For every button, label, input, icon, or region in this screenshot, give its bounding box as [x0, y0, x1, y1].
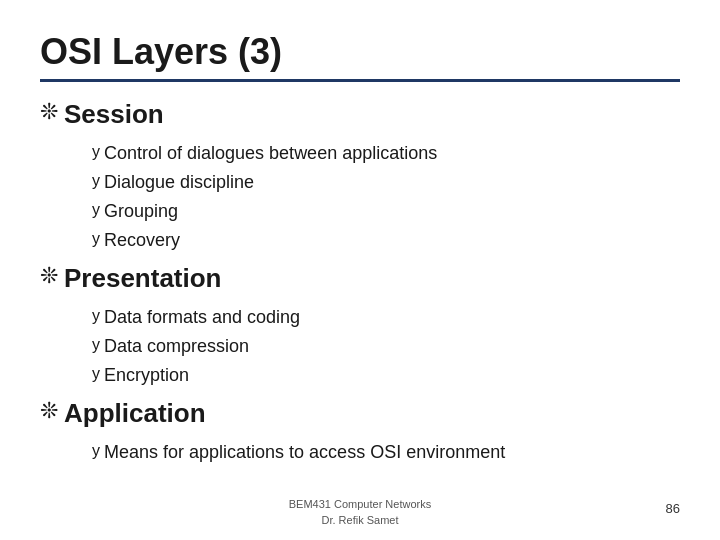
section-application-sub-items: yMeans for applications to access OSI en…: [92, 439, 680, 466]
title-underline: [40, 79, 680, 82]
section-session-bullet: ❊: [40, 98, 58, 127]
sub-bullet: y: [92, 362, 100, 386]
sub-bullet: y: [92, 198, 100, 222]
section-session-label: Session: [64, 98, 164, 132]
sub-item-text: Data formats and coding: [104, 304, 300, 331]
title-area: OSI Layers (3): [40, 30, 680, 82]
sub-bullet: y: [92, 227, 100, 251]
sub-bullet: y: [92, 140, 100, 164]
sub-item-text: Control of dialogues between application…: [104, 140, 437, 167]
footer-line1: BEM431 Computer Networks: [289, 498, 431, 510]
footer: BEM431 Computer Networks Dr. Refik Samet…: [0, 497, 720, 528]
sub-bullet: y: [92, 333, 100, 357]
content-area: ❊SessionyControl of dialogues between ap…: [40, 98, 680, 465]
sub-item-text: Dialogue discipline: [104, 169, 254, 196]
footer-line2: Dr. Refik Samet: [321, 514, 398, 526]
footer-center: BEM431 Computer Networks Dr. Refik Samet: [289, 497, 431, 528]
sub-bullet: y: [92, 439, 100, 463]
list-item: yMeans for applications to access OSI en…: [92, 439, 680, 466]
list-item: yControl of dialogues between applicatio…: [92, 140, 680, 167]
list-item: yGrouping: [92, 198, 680, 225]
sub-item-text: Data compression: [104, 333, 249, 360]
section-application: ❊Application: [40, 397, 680, 431]
section-presentation: ❊Presentation: [40, 262, 680, 296]
list-item: yData formats and coding: [92, 304, 680, 331]
list-item: yEncryption: [92, 362, 680, 389]
slide: OSI Layers (3) ❊SessionyControl of dialo…: [0, 0, 720, 540]
slide-title: OSI Layers (3): [40, 30, 680, 73]
section-presentation-sub-items: yData formats and codingyData compressio…: [92, 304, 680, 389]
sub-bullet: y: [92, 304, 100, 328]
sub-item-text: Recovery: [104, 227, 180, 254]
sub-item-text: Encryption: [104, 362, 189, 389]
list-item: yRecovery: [92, 227, 680, 254]
page-number: 86: [666, 501, 680, 516]
list-item: yDialogue discipline: [92, 169, 680, 196]
section-presentation-bullet: ❊: [40, 262, 58, 291]
section-presentation-label: Presentation: [64, 262, 222, 296]
section-session-sub-items: yControl of dialogues between applicatio…: [92, 140, 680, 254]
list-item: yData compression: [92, 333, 680, 360]
sub-bullet: y: [92, 169, 100, 193]
section-application-bullet: ❊: [40, 397, 58, 426]
section-session: ❊Session: [40, 98, 680, 132]
sub-item-text: Means for applications to access OSI env…: [104, 439, 505, 466]
section-application-label: Application: [64, 397, 206, 431]
sub-item-text: Grouping: [104, 198, 178, 225]
